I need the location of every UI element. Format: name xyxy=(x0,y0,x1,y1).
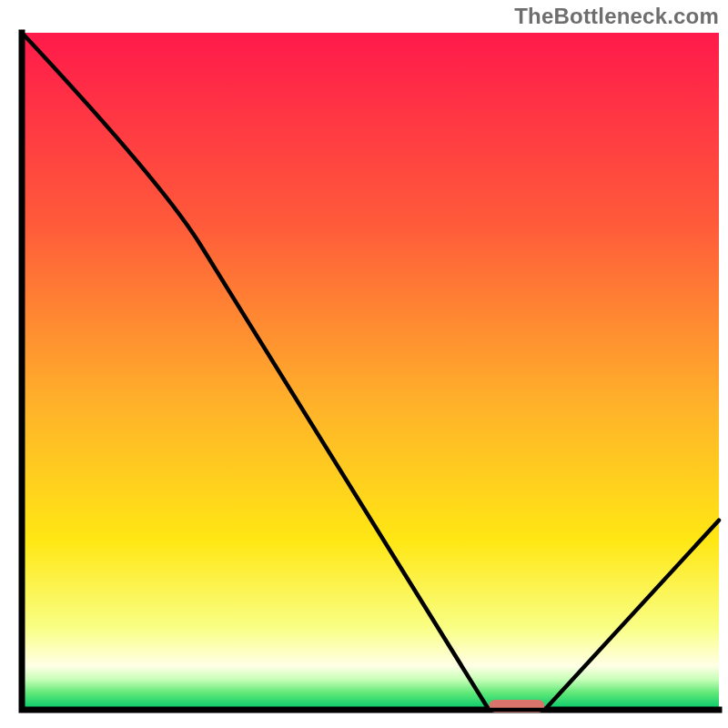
bottleneck-chart xyxy=(0,0,728,728)
attribution-text: TheBottleneck.com xyxy=(514,4,719,29)
gradient-background xyxy=(22,33,719,710)
chart-container: TheBottleneck.com xyxy=(0,0,728,728)
